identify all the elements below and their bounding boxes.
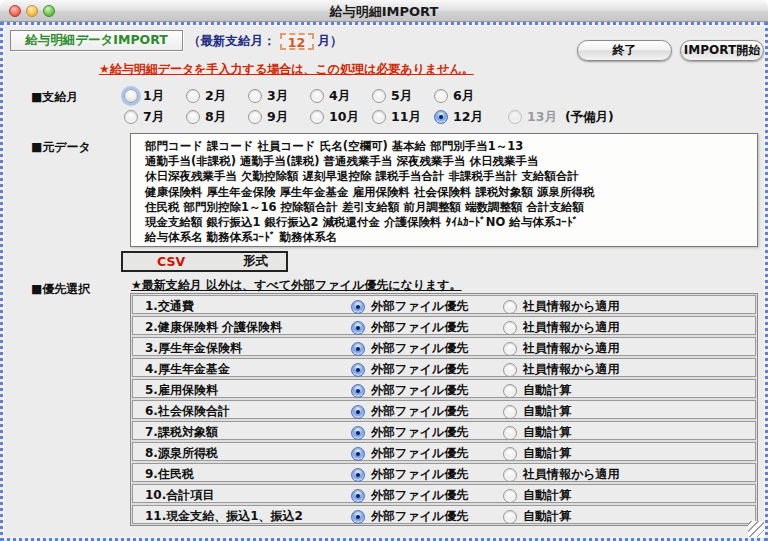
priority-option[interactable]: 自動計算 [503,424,571,441]
source-data-box: 部門コード 課コード 社員コード 氏名(空欄可) 基本給 部門別手当1～13通勤… [130,133,758,247]
month-option-2月[interactable]: 2月 [186,88,248,105]
month-label: 5月 [391,88,412,105]
month-option-1月[interactable]: 1月 [124,88,186,105]
priority-radio-selected[interactable] [351,489,365,503]
priority-radio-selected[interactable] [351,510,365,524]
month-radio-9月[interactable] [248,110,262,124]
priority-option[interactable]: 外部ファイル優先 [351,487,468,504]
priority-radio-selected[interactable] [351,363,365,377]
priority-radio-selected[interactable] [351,405,365,419]
priority-radio-unselected[interactable] [503,510,517,524]
month-label: 6月 [453,88,474,105]
month-option-12月[interactable]: 12月 [434,109,496,126]
month-row-2: 7月8月9月10月11月12月13月(予備月) [124,108,614,126]
priority-radio-unselected[interactable] [503,384,517,398]
month-option-5月[interactable]: 5月 [372,88,434,105]
priority-radio-unselected[interactable] [503,342,517,356]
exit-button[interactable]: 終了 [577,40,672,61]
csv-format-box[interactable]: CSV 形式 [121,251,288,272]
source-data-line: 現金支給額 銀行振込1 銀行振込2 減税還付金 介護保険料 ﾀｲﾑｶｰﾄﾞNO … [145,215,757,230]
priority-option-label: 自動計算 [523,445,571,462]
month-radio-3月[interactable] [248,89,262,103]
priority-option[interactable]: 社員情報から適用 [503,340,620,357]
month-radio-6月[interactable] [434,89,448,103]
priority-row-label: 11.現金支給、振込1、振込2 [145,508,303,525]
priority-option-label: 自動計算 [523,382,571,399]
priority-radio-unselected[interactable] [503,447,517,461]
month-radio-10月[interactable] [310,110,324,124]
priority-radio-unselected[interactable] [503,363,517,377]
priority-option[interactable]: 外部ファイル優先 [351,445,468,462]
priority-row: 10.合計項目外部ファイル優先自動計算 [132,484,756,503]
priority-option[interactable]: 外部ファイル優先 [351,340,468,357]
window-title: 給与明細IMPORT [0,3,768,21]
source-data-line: 部門コード 課コード 社員コード 氏名(空欄可) 基本給 部門別手当1～13 [145,139,757,154]
month-option-7月[interactable]: 7月 [124,109,186,126]
priority-radio-unselected[interactable] [503,489,517,503]
month-option-11月[interactable]: 11月 [372,109,434,126]
window-titlebar[interactable]: 給与明細IMPORT [0,0,768,22]
month-radio-4月[interactable] [310,89,324,103]
priority-option[interactable]: 外部ファイル優先 [351,361,468,378]
priority-row: 6.社会保険合計外部ファイル優先自動計算 [132,400,756,419]
priority-radio-selected[interactable] [351,468,365,482]
priority-row-label: 7.課税対象額 [145,424,218,441]
priority-option[interactable]: 自動計算 [503,487,571,504]
priority-row-label: 8.源泉所得税 [145,445,218,462]
priority-option[interactable]: 外部ファイル優先 [351,424,468,441]
priority-option[interactable]: 外部ファイル優先 [351,466,468,483]
month-label: 4月 [329,88,350,105]
resize-grip-icon[interactable] [748,521,764,537]
priority-radio-unselected[interactable] [503,321,517,335]
priority-option[interactable]: 外部ファイル優先 [351,382,468,399]
month-radio-12月[interactable] [434,110,448,124]
priority-option[interactable]: 自動計算 [503,445,571,462]
import-start-button[interactable]: IMPORT開始 [680,40,764,61]
priority-radio-selected[interactable] [351,426,365,440]
month-radio-1月[interactable] [124,89,138,103]
priority-option[interactable]: 社員情報から適用 [503,319,620,336]
month-option-10月[interactable]: 10月 [310,109,372,126]
priority-row: 2.健康保険料 介護保険料外部ファイル優先社員情報から適用 [132,316,756,335]
priority-table: 1.交通費外部ファイル優先社員情報から適用2.健康保険料 介護保険料外部ファイル… [130,293,758,526]
priority-radio-unselected[interactable] [503,426,517,440]
priority-option[interactable]: 社員情報から適用 [503,361,620,378]
month-option-3月[interactable]: 3月 [248,88,310,105]
priority-radio-selected[interactable] [351,447,365,461]
priority-option-label: 自動計算 [523,508,571,525]
priority-radio-unselected[interactable] [503,405,517,419]
month-radio-7月[interactable] [124,110,138,124]
priority-option[interactable]: 社員情報から適用 [503,466,620,483]
month-label: 9月 [267,109,288,126]
month-radio-2月[interactable] [186,89,200,103]
priority-option[interactable]: 自動計算 [503,382,571,399]
priority-option[interactable]: 自動計算 [503,403,571,420]
priority-row: 1.交通費外部ファイル優先社員情報から適用 [132,295,756,314]
priority-option[interactable]: 社員情報から適用 [503,298,620,315]
priority-radio-unselected[interactable] [503,468,517,482]
month-label: 13月 [527,109,557,126]
priority-option-label: 外部ファイル優先 [371,340,468,357]
latest-pay-month-value[interactable]: 12 [280,33,314,50]
month-radio-11月[interactable] [372,110,386,124]
priority-row-label: 10.合計項目 [145,487,214,504]
priority-option[interactable]: 外部ファイル優先 [351,319,468,336]
priority-option[interactable]: 外部ファイル優先 [351,403,468,420]
priority-row: 3.厚生年金保険料外部ファイル優先社員情報から適用 [132,337,756,356]
priority-radio-selected[interactable] [351,321,365,335]
month-option-8月[interactable]: 8月 [186,109,248,126]
priority-option[interactable]: 自動計算 [503,508,571,525]
priority-option[interactable]: 外部ファイル優先 [351,508,468,525]
priority-radio-selected[interactable] [351,300,365,314]
source-data-line: 通勤手当(非課税) 通勤手当(課税) 普通残業手当 深夜残業手当 休日残業手当 [145,154,757,169]
month-radio-8月[interactable] [186,110,200,124]
priority-radio-selected[interactable] [351,342,365,356]
priority-option[interactable]: 外部ファイル優先 [351,298,468,315]
priority-radio-unselected[interactable] [503,300,517,314]
priority-radio-selected[interactable] [351,384,365,398]
month-radio-5月[interactable] [372,89,386,103]
month-option-6月[interactable]: 6月 [434,88,496,105]
month-option-4月[interactable]: 4月 [310,88,372,105]
priority-row-label: 9.住民税 [145,466,194,483]
month-option-9月[interactable]: 9月 [248,109,310,126]
